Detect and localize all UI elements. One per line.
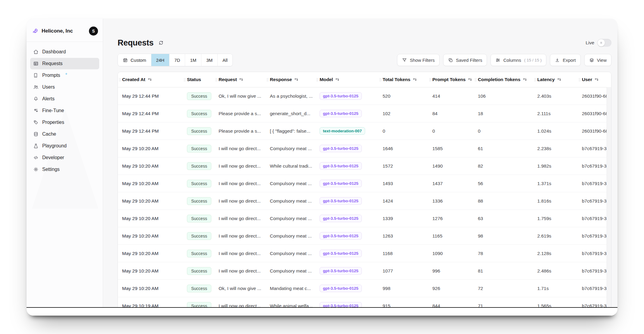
sidebar-item-requests[interactable]: Requests xyxy=(30,58,99,69)
refresh-icon[interactable] xyxy=(158,39,165,46)
time-range-7d[interactable]: 7D xyxy=(169,54,185,66)
sort-icon[interactable] xyxy=(468,77,472,82)
cell-completion_tokens: 56 xyxy=(474,181,533,186)
cell-model: gpt-3.5-turbo-0125 xyxy=(315,162,378,170)
cell-total_tokens: 1263 xyxy=(378,233,428,239)
avatar[interactable]: S xyxy=(89,27,98,36)
drag-handle-icon[interactable] xyxy=(475,78,477,82)
time-range-all[interactable]: All xyxy=(217,54,232,66)
sort-icon[interactable] xyxy=(557,77,562,82)
status-badge: Success xyxy=(187,110,211,118)
column-header-created-at[interactable]: Created At xyxy=(118,77,183,82)
sort-icon[interactable] xyxy=(294,77,299,82)
drag-handle-icon[interactable] xyxy=(119,78,121,82)
sidebar-item-label: Dashboard xyxy=(42,49,66,55)
table-scrollbar[interactable] xyxy=(607,87,611,307)
time-range-1m[interactable]: 1M xyxy=(185,54,201,66)
column-header-completion-tokens[interactable]: Completion Tokens xyxy=(474,77,533,82)
table-row[interactable]: May 29 10:20 AMSuccessI will now go dire… xyxy=(118,140,611,157)
cell-prompt_tokens: 414 xyxy=(428,93,474,99)
column-header-user[interactable]: User xyxy=(578,77,611,82)
model-pill: gpt-3.5-turbo-0125 xyxy=(320,232,362,240)
drag-handle-icon[interactable] xyxy=(316,78,318,82)
status-badge: Success xyxy=(187,285,211,292)
cell-completion_tokens: 63 xyxy=(474,216,533,221)
cell-created_at: May 29 12:44 PM xyxy=(118,111,183,116)
drag-handle-icon[interactable] xyxy=(379,78,381,82)
time-range-3m[interactable]: 3M xyxy=(201,54,217,66)
view-button[interactable]: View xyxy=(584,54,611,66)
drag-handle-icon[interactable] xyxy=(215,78,217,82)
status-badge: Success xyxy=(187,267,211,275)
table-row[interactable]: May 29 10:20 AMSuccessI will now go dire… xyxy=(118,157,611,175)
column-header-response[interactable]: Response xyxy=(266,77,315,82)
column-header-status[interactable]: Status xyxy=(183,77,214,82)
button-label: Show Filters xyxy=(410,58,435,63)
org-header[interactable]: Helicone, Inc S xyxy=(27,19,103,42)
table-row[interactable]: May 29 10:20 AMSuccessOk, I will now giv… xyxy=(118,279,611,297)
column-header-total-tokens[interactable]: Total Tokens xyxy=(378,77,428,82)
sort-icon[interactable] xyxy=(412,77,417,82)
cell-created_at: May 29 12:44 PM xyxy=(118,93,183,99)
sort-icon[interactable] xyxy=(147,77,152,82)
drag-handle-icon[interactable] xyxy=(534,78,536,82)
cell-created_at: May 29 10:20 AM xyxy=(118,268,183,274)
cell-response: While animal welfa... xyxy=(266,303,315,307)
cell-total_tokens: 915 xyxy=(378,303,428,307)
column-label: Latency xyxy=(537,77,555,82)
table-row[interactable]: May 29 12:44 PMSuccessOk, I will now giv… xyxy=(118,87,611,105)
column-header-prompt-tokens[interactable]: Prompt Tokens xyxy=(428,77,474,82)
sort-icon[interactable] xyxy=(522,77,527,82)
table-row[interactable]: May 29 10:19 AMSuccessI will now go dire… xyxy=(118,297,611,307)
sidebar-item-alerts[interactable]: Alerts xyxy=(30,93,99,105)
controls-row: Custom24H7D1M3MAll Show FiltersSaved Fil… xyxy=(118,54,611,66)
sidebar-item-dashboard[interactable]: Dashboard xyxy=(30,46,99,58)
cell-created_at: May 29 10:20 AM xyxy=(118,233,183,239)
drag-handle-icon[interactable] xyxy=(184,78,186,82)
cell-created_at: May 29 10:20 AM xyxy=(118,163,183,169)
drag-handle-icon[interactable] xyxy=(267,78,269,82)
cell-response: Compulsory meat ... xyxy=(266,198,315,204)
saved-filters-button[interactable]: Saved Filters xyxy=(443,54,487,66)
sort-icon[interactable] xyxy=(594,77,599,82)
column-header-request[interactable]: Request xyxy=(214,77,266,82)
table-row[interactable]: May 29 10:20 AMSuccessI will now go dire… xyxy=(118,175,611,192)
column-header-model[interactable]: Model xyxy=(315,77,378,82)
drag-handle-icon[interactable] xyxy=(429,78,431,82)
table-row[interactable]: May 29 12:44 PMSuccessPlease provide a s… xyxy=(118,122,611,140)
live-toggle[interactable] xyxy=(597,39,611,47)
users-icon xyxy=(33,84,39,90)
sort-icon[interactable] xyxy=(239,77,244,82)
cell-completion_tokens: 71 xyxy=(474,303,533,307)
time-range-custom[interactable]: Custom xyxy=(118,54,151,66)
cell-request: I will now go direct... xyxy=(214,303,266,307)
title-row: Requests Live xyxy=(118,37,611,48)
table-row[interactable]: May 29 10:20 AMSuccessI will now go dire… xyxy=(118,192,611,210)
sort-icon[interactable] xyxy=(335,77,340,82)
time-range-24h[interactable]: 24H xyxy=(151,54,169,66)
table-header-row: Created AtStatusRequestResponseModelTota… xyxy=(118,72,611,87)
cell-completion_tokens: 18 xyxy=(474,111,533,116)
table-row[interactable]: May 29 10:20 AMSuccessI will now go dire… xyxy=(118,227,611,244)
table-row[interactable]: May 29 10:20 AMSuccessI will now go dire… xyxy=(118,244,611,262)
sidebar: Helicone, Inc S DashboardRequestsPrompts… xyxy=(27,19,103,307)
cell-request: Please provide a s... xyxy=(214,128,266,134)
cell-created_at: May 29 10:20 AM xyxy=(118,146,183,151)
export-button[interactable]: Export xyxy=(550,54,580,66)
table-row[interactable]: May 29 12:44 PMSuccessPlease provide a s… xyxy=(118,105,611,122)
cell-created_at: May 29 10:20 AM xyxy=(118,198,183,204)
table-row[interactable]: May 29 10:20 AMSuccessI will now go dire… xyxy=(118,262,611,279)
cell-prompt_tokens: 996 xyxy=(428,268,474,274)
show-filters-button[interactable]: Show Filters xyxy=(397,54,440,66)
sidebar-item-users[interactable]: Users xyxy=(30,81,99,93)
columns-button[interactable]: Columns( 15 / 15 ) xyxy=(491,54,546,66)
drag-handle-icon[interactable] xyxy=(579,78,581,82)
model-pill: gpt-3.5-turbo-0125 xyxy=(320,215,362,222)
table-body: May 29 12:44 PMSuccessOk, I will now giv… xyxy=(118,87,611,307)
cell-request: I will now go direct... xyxy=(214,146,266,151)
cell-request: Please provide a s... xyxy=(214,111,266,116)
sidebar-item-prompts[interactable]: Prompts xyxy=(30,70,99,81)
column-header-latency[interactable]: Latency xyxy=(533,77,578,82)
cell-status: Success xyxy=(183,302,214,307)
table-row[interactable]: May 29 10:20 AMSuccessI will now go dire… xyxy=(118,210,611,227)
